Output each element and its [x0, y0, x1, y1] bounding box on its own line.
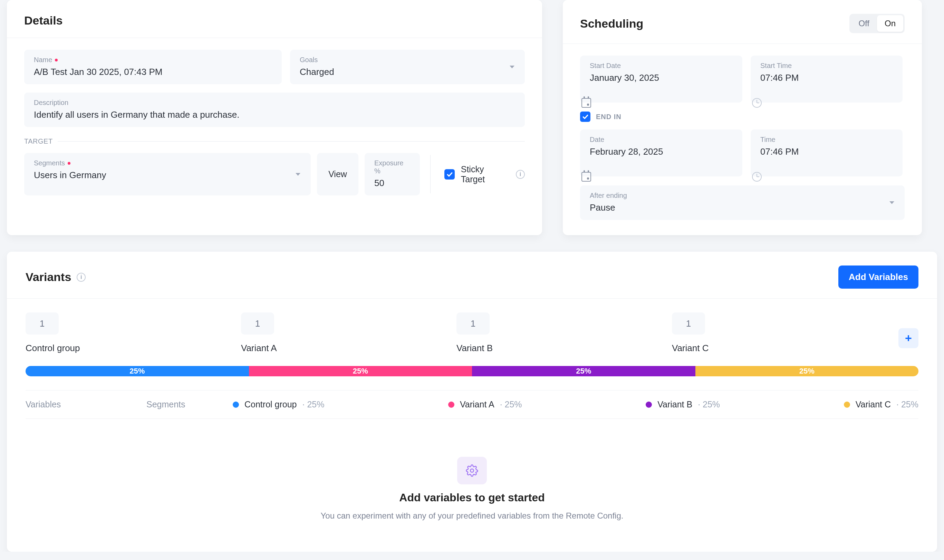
legend-item-control: Control group · 25% [233, 400, 324, 409]
required-dot-icon [55, 59, 58, 62]
legend-pct: · 25% [302, 400, 324, 409]
end-time-field[interactable]: Time 07:46 PM [751, 129, 902, 177]
name-field[interactable]: Name A/B Test Jan 30 2025, 07:43 PM [24, 50, 282, 84]
variant-col-a: 1 Variant A [241, 312, 457, 354]
variants-card: Variants i Add Variables 1 Control group… [7, 252, 937, 552]
variants-header: Variants i Add Variables [7, 252, 937, 298]
details-card: Details Name A/B Test Jan 30 2025, 07:43… [7, 0, 542, 235]
end-in-group: END IN [580, 112, 905, 122]
details-header: Details [7, 0, 542, 38]
info-icon[interactable]: i [516, 170, 525, 179]
segments-header: Segments [146, 400, 233, 409]
scheduling-toggle-off[interactable]: Off [851, 15, 877, 32]
empty-subtitle: You can experiment with any of your pred… [321, 511, 624, 521]
description-field[interactable]: Description Identify all users in German… [24, 92, 525, 127]
plus-icon: + [905, 331, 912, 345]
divider [58, 141, 525, 142]
start-time-field[interactable]: Start Time 07:46 PM [751, 55, 902, 103]
chevron-down-icon [510, 66, 515, 68]
end-time-value: 07:46 PM [760, 146, 893, 157]
variants-title: Variants [26, 270, 71, 284]
segments-label-text: Segments [34, 159, 65, 167]
variables-header: Variables [26, 400, 146, 409]
chevron-down-icon [889, 201, 894, 204]
variant-columns: 1 Control group 1 Variant A 1 Variant B … [26, 312, 918, 354]
sticky-target-checkbox[interactable] [444, 169, 455, 180]
dist-seg-b[interactable]: 25% [472, 366, 695, 376]
start-date-value: January 30, 2025 [590, 72, 733, 83]
end-date-label: Date [590, 136, 733, 144]
variant-name: Variant B [457, 343, 493, 354]
end-date-field[interactable]: Date February 28, 2025 [580, 129, 743, 177]
variant-count[interactable]: 1 [241, 312, 274, 335]
gear-icon [466, 465, 478, 477]
start-date-label: Start Date [590, 62, 733, 70]
exposure-field[interactable]: Exposure % 50 [364, 153, 420, 195]
after-ending-field[interactable]: After ending Pause [580, 185, 905, 220]
view-button-label: View [328, 169, 347, 179]
scheduling-header: Scheduling Off On [563, 0, 922, 44]
variant-col-c: 1 Variant C [672, 312, 887, 354]
legend-pct-value: 25% [307, 400, 324, 409]
add-variant-button[interactable]: + [898, 328, 918, 348]
goals-field[interactable]: Goals Charged [290, 50, 525, 84]
start-time-label: Start Time [760, 62, 893, 70]
legend-name: Variant B [657, 400, 692, 409]
end-in-checkbox[interactable] [580, 112, 590, 122]
legend-name: Variant A [460, 400, 494, 409]
legend-item-c: Variant C · 25% [844, 400, 918, 409]
variant-name: Variant C [672, 343, 709, 354]
legend-name: Control group [244, 400, 297, 409]
scheduling-toggle: Off On [849, 14, 905, 33]
variant-col-control: 1 Control group [26, 312, 241, 354]
legend-pct: · 25% [896, 400, 918, 409]
legend-dot-icon [448, 402, 454, 408]
segments-field[interactable]: Segments Users in Germany [24, 153, 311, 195]
start-date-field[interactable]: Start Date January 30, 2025 [580, 55, 743, 103]
name-label: Name [34, 56, 272, 64]
legend-pct: · 25% [698, 400, 720, 409]
variant-count[interactable]: 1 [26, 312, 59, 335]
calendar-icon [581, 98, 591, 108]
dist-seg-c[interactable]: 25% [695, 366, 919, 376]
name-value: A/B Test Jan 30 2025, 07:43 PM [34, 67, 272, 77]
sticky-target-group: Sticky Target i [441, 153, 525, 195]
start-time-value: 07:46 PM [760, 72, 893, 83]
gear-box [457, 457, 487, 485]
variant-name: Control group [26, 343, 80, 354]
name-label-text: Name [34, 56, 52, 64]
add-variables-label: Add Variables [849, 272, 908, 282]
variants-legend-row: Variables Segments Control group · 25% V… [26, 390, 918, 419]
empty-state: Add variables to get started You can exp… [26, 419, 918, 531]
variant-name: Variant A [241, 343, 277, 354]
variant-col-b: 1 Variant B [457, 312, 672, 354]
end-in-label: END IN [596, 113, 621, 121]
legend-item-a: Variant A · 25% [448, 400, 522, 409]
required-dot-icon [68, 162, 71, 165]
check-icon [582, 113, 589, 120]
variant-count[interactable]: 1 [457, 312, 490, 335]
legend-dot-icon [646, 402, 652, 408]
legend-pct: · 25% [500, 400, 522, 409]
goals-label: Goals [300, 56, 515, 64]
legend-name: Variant C [856, 400, 891, 409]
scheduling-title: Scheduling [580, 17, 643, 31]
legend-dot-icon [844, 402, 850, 408]
legend-item-b: Variant B · 25% [646, 400, 720, 409]
scheduling-card: Scheduling Off On Start Date January 30,… [563, 0, 922, 235]
details-title: Details [24, 14, 63, 27]
dist-seg-control[interactable]: 25% [26, 366, 249, 376]
after-ending-label: After ending [590, 192, 895, 200]
info-icon[interactable]: i [77, 273, 86, 282]
end-date-value: February 28, 2025 [590, 146, 733, 157]
view-button[interactable]: View [317, 153, 358, 195]
variant-count[interactable]: 1 [672, 312, 705, 335]
add-variables-button[interactable]: Add Variables [838, 266, 918, 289]
legend-pct-value: 25% [505, 400, 522, 409]
dist-seg-a[interactable]: 25% [249, 366, 472, 376]
target-label: TARGET [24, 137, 53, 145]
description-value: Identify all users in Germany that made … [34, 109, 515, 120]
divider [430, 155, 430, 193]
scheduling-toggle-on[interactable]: On [877, 15, 903, 32]
end-time-label: Time [760, 136, 893, 144]
